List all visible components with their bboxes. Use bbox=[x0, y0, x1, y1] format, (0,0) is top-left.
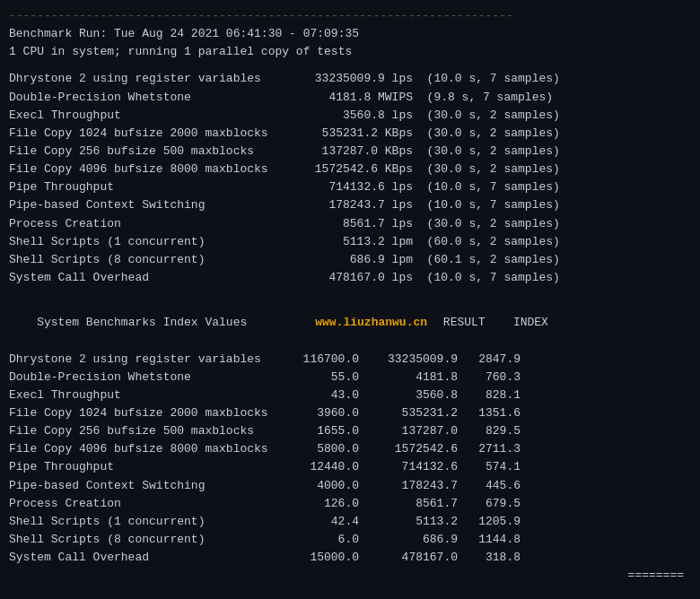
index-benchmarks: Dhrystone 2 using register variables1167… bbox=[9, 351, 691, 568]
idx-name-0: Dhrystone 2 using register variables bbox=[9, 351, 287, 369]
idx-index-2: 828.1 bbox=[458, 386, 521, 404]
idx-result-0: 33235009.9 bbox=[359, 351, 458, 369]
idx-index-10: 1144.8 bbox=[458, 531, 521, 549]
bench-detail-4: (30.0 s, 2 samples) bbox=[427, 144, 560, 158]
idx-index-1: 760.3 bbox=[458, 369, 521, 386]
bench-name-11: System Call Overhead bbox=[9, 269, 287, 287]
idx-result-11: 478167.0 bbox=[359, 549, 458, 567]
idx-index-8: 679.5 bbox=[458, 495, 521, 513]
idx-row-7: Pipe-based Context Switching4000.0178243… bbox=[9, 477, 691, 495]
idx-base-9: 42.4 bbox=[287, 513, 359, 531]
idx-row-6: Pipe Throughput12440.0714132.6574.1 bbox=[9, 458, 691, 476]
watermark1: www.liuzhanwu.cn bbox=[315, 316, 427, 329]
idx-result-10: 686.9 bbox=[359, 531, 458, 549]
idx-index-5: 2711.3 bbox=[458, 440, 521, 458]
idx-name-9: Shell Scripts (1 concurrent) bbox=[9, 513, 287, 531]
idx-name-6: Pipe Throughput bbox=[9, 458, 287, 476]
idx-name-2: Execl Throughput bbox=[9, 386, 287, 404]
bench-raw-1: Double-Precision Whetstone4181.8 MWIPS (… bbox=[9, 89, 691, 107]
idx-base-4: 1655.0 bbox=[287, 422, 359, 440]
idx-base-11: 15000.0 bbox=[287, 549, 359, 567]
terminal-container: ----------------------------------------… bbox=[9, 7, 691, 599]
bench-raw-2: Execl Throughput3560.8 lps (30.0 s, 2 sa… bbox=[9, 107, 691, 125]
idx-row-4: File Copy 256 bufsize 500 maxblocks1655.… bbox=[9, 422, 691, 440]
idx-row-11: System Call Overhead15000.0478167.0318.8 bbox=[9, 549, 691, 567]
bench-detail-0: (10.0 s, 7 samples) bbox=[427, 72, 560, 85]
bench-name-0: Dhrystone 2 using register variables bbox=[9, 70, 287, 88]
bench-name-10: Shell Scripts (8 concurrent) bbox=[9, 251, 287, 269]
bench-raw-5: File Copy 4096 bufsize 8000 maxblocks157… bbox=[9, 161, 691, 178]
idx-index-4: 829.5 bbox=[458, 422, 521, 440]
bench-val-8: 8561.7 lps bbox=[287, 215, 413, 233]
idx-base-0: 116700.0 bbox=[287, 351, 359, 369]
bench-raw-9: Shell Scripts (1 concurrent)5113.2 lpm (… bbox=[9, 233, 691, 251]
bench-raw-7: Pipe-based Context Switching178243.7 lps… bbox=[9, 196, 691, 214]
idx-name-1: Double-Precision Whetstone bbox=[9, 369, 287, 386]
idx-index-7: 445.6 bbox=[458, 477, 521, 495]
idx-result-3: 535231.2 bbox=[359, 404, 458, 422]
idx-result-7: 178243.7 bbox=[359, 477, 458, 495]
idx-result-1: 4181.8 bbox=[359, 369, 458, 386]
idx-index-11: 318.8 bbox=[458, 549, 521, 567]
idx-result-2: 3560.8 bbox=[359, 386, 458, 404]
idx-name-3: File Copy 1024 bufsize 2000 maxblocks bbox=[9, 404, 287, 422]
idx-name-10: Shell Scripts (8 concurrent) bbox=[9, 531, 287, 549]
index-header-result: RESULT bbox=[434, 316, 486, 329]
bench-detail-1: (9.8 s, 7 samples) bbox=[427, 91, 553, 104]
cpu-info-line: 1 CPU in system; running 1 parallel copy… bbox=[9, 43, 691, 61]
bench-name-7: Pipe-based Context Switching bbox=[9, 196, 287, 214]
idx-row-10: Shell Scripts (8 concurrent)6.0686.91144… bbox=[9, 531, 691, 549]
idx-row-9: Shell Scripts (1 concurrent)42.45113.212… bbox=[9, 513, 691, 531]
idx-base-3: 3960.0 bbox=[287, 404, 359, 422]
bench-detail-2: (30.0 s, 2 samples) bbox=[427, 109, 560, 122]
bench-name-4: File Copy 256 bufsize 500 maxblocks bbox=[9, 143, 287, 161]
bench-val-6: 714132.6 lps bbox=[287, 178, 413, 196]
bench-raw-6: Pipe Throughput714132.6 lps (10.0 s, 7 s… bbox=[9, 178, 691, 196]
bench-val-1: 4181.8 MWIPS bbox=[287, 89, 413, 107]
idx-row-8: Process Creation126.08561.7679.5 bbox=[9, 495, 691, 513]
equals-separator: ======== bbox=[628, 567, 684, 585]
bench-detail-7: (10.0 s, 7 samples) bbox=[427, 198, 560, 212]
bench-detail-11: (10.0 s, 7 samples) bbox=[427, 271, 560, 284]
bench-val-9: 5113.2 lpm bbox=[287, 233, 413, 251]
idx-base-2: 43.0 bbox=[287, 386, 359, 404]
idx-result-6: 714132.6 bbox=[359, 458, 458, 476]
idx-name-8: Process Creation bbox=[9, 495, 287, 513]
benchmark-run-line: Benchmark Run: Tue Aug 24 2021 06:41:30 … bbox=[9, 25, 691, 43]
bench-detail-5: (30.0 s, 2 samples) bbox=[427, 162, 560, 176]
raw-benchmarks: Dhrystone 2 using register variables3323… bbox=[9, 70, 691, 287]
bench-val-2: 3560.8 lps bbox=[287, 107, 413, 125]
bench-name-8: Process Creation bbox=[9, 215, 287, 233]
idx-base-7: 4000.0 bbox=[287, 477, 359, 495]
bench-name-5: File Copy 4096 bufsize 8000 maxblocks bbox=[9, 161, 287, 178]
index-header-baseline bbox=[427, 314, 434, 332]
idx-base-5: 5800.0 bbox=[287, 440, 359, 458]
idx-name-5: File Copy 4096 bufsize 8000 maxblocks bbox=[9, 440, 287, 458]
idx-index-0: 2847.9 bbox=[458, 351, 521, 369]
idx-base-1: 55.0 bbox=[287, 369, 359, 386]
idx-base-10: 6.0 bbox=[287, 531, 359, 549]
index-header-title: System Benchmarks Index Values bbox=[37, 314, 315, 332]
bench-raw-10: Shell Scripts (8 concurrent)686.9 lpm (6… bbox=[9, 251, 691, 269]
idx-index-6: 574.1 bbox=[458, 458, 521, 476]
bench-val-5: 1572542.6 KBps bbox=[287, 161, 413, 178]
idx-index-3: 1351.6 bbox=[458, 404, 521, 422]
idx-result-8: 8561.7 bbox=[359, 495, 458, 513]
idx-name-4: File Copy 256 bufsize 500 maxblocks bbox=[9, 422, 287, 440]
bench-detail-10: (60.1 s, 2 samples) bbox=[427, 253, 560, 266]
idx-row-1: Double-Precision Whetstone55.04181.8760.… bbox=[9, 369, 691, 386]
idx-index-9: 1205.9 bbox=[458, 513, 521, 531]
bench-raw-4: File Copy 256 bufsize 500 maxblocks13728… bbox=[9, 143, 691, 161]
idx-result-5: 1572542.6 bbox=[359, 440, 458, 458]
idx-base-6: 12440.0 bbox=[287, 458, 359, 476]
bench-name-2: Execl Throughput bbox=[9, 107, 287, 125]
bench-detail-6: (10.0 s, 7 samples) bbox=[427, 180, 560, 194]
bench-name-6: Pipe Throughput bbox=[9, 178, 287, 196]
bench-name-9: Shell Scripts (1 concurrent) bbox=[9, 233, 287, 251]
bench-name-1: Double-Precision Whetstone bbox=[9, 89, 287, 107]
idx-name-11: System Call Overhead bbox=[9, 549, 287, 567]
bench-detail-3: (30.0 s, 2 samples) bbox=[427, 126, 560, 140]
idx-row-2: Execl Throughput43.03560.8828.1 bbox=[9, 386, 691, 404]
bench-val-4: 137287.0 KBps bbox=[287, 143, 413, 161]
bench-raw-3: File Copy 1024 bufsize 2000 maxblocks535… bbox=[9, 125, 691, 143]
